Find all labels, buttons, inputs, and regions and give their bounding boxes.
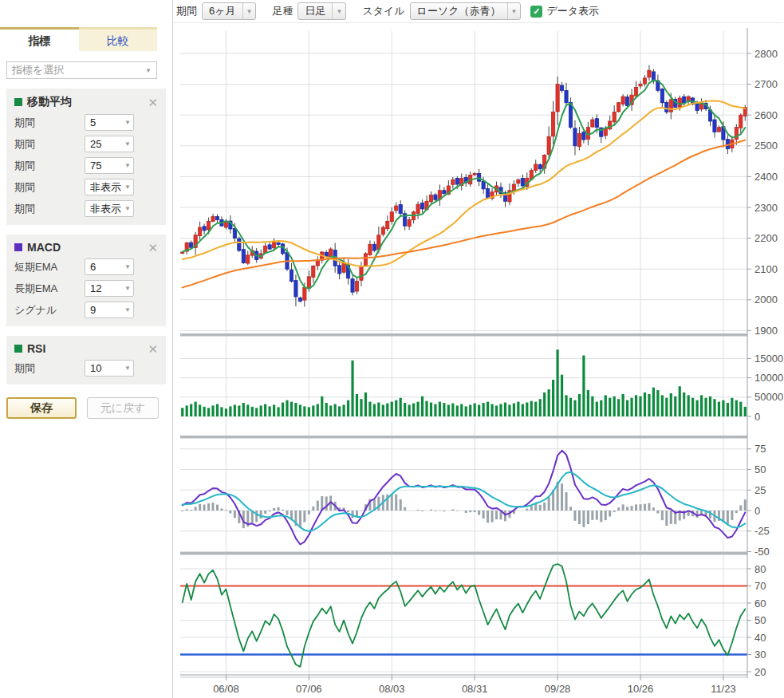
svg-text:75: 75 bbox=[754, 443, 766, 455]
svg-text:70: 70 bbox=[754, 580, 766, 592]
svg-text:08/31: 08/31 bbox=[462, 683, 488, 695]
svg-text:2100: 2100 bbox=[754, 263, 778, 275]
svg-text:2800: 2800 bbox=[754, 48, 778, 60]
param-select[interactable]: 6▼ bbox=[85, 258, 134, 275]
svg-text:25: 25 bbox=[754, 484, 766, 496]
param-select[interactable]: 5▼ bbox=[85, 114, 134, 131]
param-select[interactable]: 12▼ bbox=[85, 280, 134, 297]
chevron-down-icon: ▼ bbox=[124, 140, 131, 148]
param-label: 期間 bbox=[14, 159, 85, 173]
stock-chart-app: 指標 比較 指標を選択 ▼ 移動平均✕期間5▼期間25▼期間75▼期間非表示▼期… bbox=[0, 0, 784, 698]
param-value: 25 bbox=[90, 138, 101, 150]
svg-text:09/28: 09/28 bbox=[545, 683, 571, 695]
param-select[interactable]: 75▼ bbox=[85, 157, 134, 174]
data-display-label: データ表示 bbox=[546, 4, 599, 18]
svg-text:0: 0 bbox=[754, 505, 760, 517]
svg-text:2700: 2700 bbox=[754, 78, 778, 90]
param-label: 期間 bbox=[14, 116, 85, 130]
indicator-param-row: 期間5▼ bbox=[14, 114, 158, 131]
reset-button[interactable]: 元に戻す bbox=[87, 397, 159, 419]
svg-text:2600: 2600 bbox=[754, 109, 778, 121]
param-value: 非表示 bbox=[90, 202, 121, 216]
param-label: 期間 bbox=[14, 361, 85, 376]
close-icon[interactable]: ✕ bbox=[148, 343, 158, 355]
chevron-down-icon: ▼ bbox=[124, 285, 131, 292]
close-icon[interactable]: ✕ bbox=[148, 97, 158, 108]
svg-text:50000: 50000 bbox=[754, 391, 783, 403]
indicator-section: RSI✕期間10▼ bbox=[6, 336, 166, 384]
style-label: スタイル bbox=[362, 4, 404, 18]
indicator-name: MACD bbox=[27, 241, 61, 254]
svg-text:150000: 150000 bbox=[754, 353, 783, 365]
param-label: 期間 bbox=[14, 202, 85, 216]
svg-text:2400: 2400 bbox=[754, 171, 778, 183]
bar-type-label: 足種 bbox=[272, 4, 293, 18]
bar-type-dropdown[interactable]: 日足 ▼ bbox=[297, 2, 346, 20]
period-dropdown[interactable]: 6ヶ月 ▼ bbox=[202, 2, 256, 20]
indicator-color-swatch bbox=[14, 345, 22, 353]
indicator-param-row: 期間10▼ bbox=[14, 360, 158, 377]
param-select[interactable]: 非表示▼ bbox=[85, 179, 134, 195]
indicator-select-placeholder: 指標を選択 bbox=[12, 63, 64, 77]
sidebar-buttons: 保存 元に戻す bbox=[6, 397, 166, 419]
style-value: ローソク（赤青） bbox=[411, 4, 507, 18]
svg-text:2300: 2300 bbox=[754, 202, 778, 214]
bar-type-value: 日足 bbox=[298, 4, 332, 18]
param-value: 5 bbox=[90, 116, 96, 128]
chevron-down-icon: ▼ bbox=[124, 365, 131, 372]
svg-text:2500: 2500 bbox=[754, 140, 778, 152]
param-label: 期間 bbox=[14, 137, 85, 152]
indicator-color-swatch bbox=[14, 243, 22, 251]
param-value: 12 bbox=[90, 282, 101, 294]
style-dropdown[interactable]: ローソク（赤青） ▼ bbox=[410, 2, 522, 20]
tab-indicators[interactable]: 指標 bbox=[0, 27, 79, 51]
indicator-color-swatch bbox=[14, 98, 22, 106]
svg-text:08/03: 08/03 bbox=[379, 683, 405, 695]
save-button[interactable]: 保存 bbox=[6, 397, 77, 419]
sidebar-tabs: 指標 比較 bbox=[0, 27, 157, 51]
svg-text:30: 30 bbox=[754, 649, 766, 661]
indicator-select-dropdown[interactable]: 指標を選択 ▼ bbox=[6, 61, 157, 79]
param-value: 75 bbox=[90, 160, 101, 172]
svg-text:2000: 2000 bbox=[754, 294, 778, 306]
tab-compare[interactable]: 比較 bbox=[79, 27, 158, 51]
chart-canvas[interactable]: 2800270026002500240023002200210020001900… bbox=[173, 23, 783, 698]
param-select[interactable]: 非表示▼ bbox=[85, 200, 134, 217]
svg-text:50: 50 bbox=[754, 614, 766, 626]
indicator-param-row: 期間75▼ bbox=[14, 157, 158, 174]
svg-text:2200: 2200 bbox=[754, 232, 778, 244]
chart-toolbar: 期間 6ヶ月 ▼ 足種 日足 ▼ スタイル ローソク（赤青） ▼ ✓ データ表示 bbox=[173, 0, 783, 23]
svg-text:07/06: 07/06 bbox=[296, 683, 322, 695]
chevron-down-icon: ▼ bbox=[124, 263, 131, 270]
indicator-section: 移動平均✕期間5▼期間25▼期間75▼期間非表示▼期間非表示▼ bbox=[6, 89, 166, 225]
param-select[interactable]: 25▼ bbox=[85, 136, 134, 152]
param-label: 長期EMA bbox=[14, 282, 85, 296]
indicator-name: RSI bbox=[27, 342, 45, 355]
param-select[interactable]: 10▼ bbox=[85, 360, 134, 377]
svg-text:100000: 100000 bbox=[754, 372, 783, 384]
period-label: 期間 bbox=[176, 4, 197, 18]
param-value: 10 bbox=[90, 362, 101, 374]
param-label: シグナル bbox=[14, 303, 85, 317]
svg-text:20: 20 bbox=[754, 666, 766, 678]
data-display-checkbox[interactable]: ✓ bbox=[530, 6, 542, 18]
indicator-param-row: 期間25▼ bbox=[14, 136, 158, 152]
svg-text:-25: -25 bbox=[754, 525, 770, 537]
chevron-down-icon: ▼ bbox=[332, 3, 345, 19]
chart-area: 期間 6ヶ月 ▼ 足種 日足 ▼ スタイル ローソク（赤青） ▼ ✓ データ表示… bbox=[173, 0, 783, 698]
svg-text:11/23: 11/23 bbox=[711, 683, 736, 695]
chevron-down-icon: ▼ bbox=[507, 3, 521, 19]
chevron-down-icon: ▼ bbox=[124, 205, 131, 212]
close-icon[interactable]: ✕ bbox=[148, 242, 158, 254]
param-value: 9 bbox=[90, 304, 96, 316]
svg-text:0: 0 bbox=[754, 411, 760, 423]
indicator-sidebar: 指標 比較 指標を選択 ▼ 移動平均✕期間5▼期間25▼期間75▼期間非表示▼期… bbox=[0, 0, 173, 698]
svg-text:40: 40 bbox=[754, 632, 766, 644]
chevron-down-icon: ▼ bbox=[242, 3, 256, 19]
param-select[interactable]: 9▼ bbox=[85, 302, 134, 318]
svg-text:60: 60 bbox=[754, 597, 766, 609]
svg-text:1900: 1900 bbox=[754, 325, 778, 337]
indicator-param-row: 短期EMA6▼ bbox=[14, 258, 158, 275]
param-label: 短期EMA bbox=[14, 260, 85, 274]
period-value: 6ヶ月 bbox=[203, 4, 242, 18]
